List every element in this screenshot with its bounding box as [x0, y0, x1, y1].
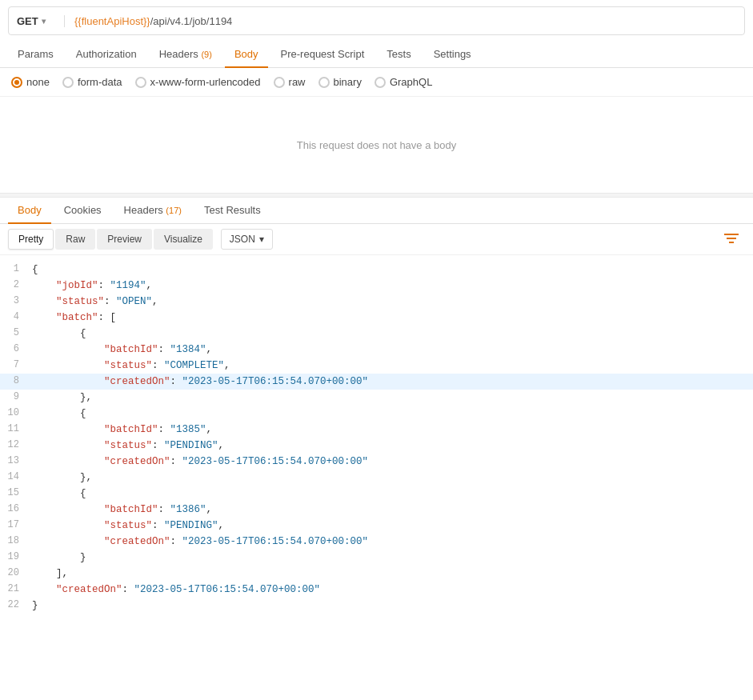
line-content: { — [32, 406, 753, 422]
line-number: 16 — [0, 502, 32, 517]
json-line-6: 6 "batchId": "1384", — [0, 342, 753, 358]
resp-tab-test-results[interactable]: Test Results — [194, 198, 270, 224]
json-line-4: 4 "batch": [ — [0, 310, 753, 326]
line-content: "createdOn": "2023-05-17T06:15:54.070+00… — [32, 454, 753, 470]
line-content: { — [32, 326, 753, 342]
method-dropdown[interactable]: GET ▾ — [9, 15, 65, 27]
format-type-label: JSON — [230, 234, 255, 245]
line-number: 4 — [0, 310, 32, 325]
line-content: } — [32, 550, 753, 566]
filter-icon[interactable] — [718, 230, 745, 250]
resp-tab-body[interactable]: Body — [8, 198, 51, 224]
json-line-11: 11 "batchId": "1385", — [0, 422, 753, 438]
json-line-7: 7 "status": "COMPLETE", — [0, 358, 753, 374]
fmt-visualize-button[interactable]: Visualize — [154, 229, 213, 250]
option-raw-label: raw — [289, 76, 306, 88]
option-none-label: none — [26, 76, 50, 88]
radio-none[interactable] — [11, 77, 22, 88]
format-type-dropdown[interactable]: JSON ▾ — [221, 229, 273, 250]
tab-body[interactable]: Body — [225, 42, 268, 68]
resp-tab-cookies[interactable]: Cookies — [54, 198, 111, 224]
tab-authorization[interactable]: Authorization — [66, 42, 146, 68]
json-line-19: 19 } — [0, 550, 753, 566]
line-content: "createdOn": "2023-05-17T06:15:54.070+00… — [32, 534, 753, 550]
line-content: "status": "PENDING", — [32, 438, 753, 454]
tab-pre-request[interactable]: Pre-request Script — [271, 42, 374, 68]
option-binary-label: binary — [334, 76, 362, 88]
radio-form-data[interactable] — [62, 77, 74, 88]
line-number: 14 — [0, 470, 32, 485]
line-number: 17 — [0, 518, 32, 533]
url-bar: GET ▾ {{fluentApiHost}}/api/v4.1/job/119… — [8, 6, 745, 35]
tab-params[interactable]: Params — [8, 42, 63, 68]
chevron-down-icon: ▾ — [42, 17, 46, 26]
line-content: }, — [32, 470, 753, 486]
url-input-display[interactable]: {{fluentApiHost}}/api/v4.1/job/1194 — [65, 15, 744, 27]
line-content: "jobId": "1194", — [32, 278, 753, 294]
fmt-preview-button[interactable]: Preview — [97, 229, 152, 250]
fmt-raw-button[interactable]: Raw — [55, 229, 95, 250]
line-content: "status": "OPEN", — [32, 294, 753, 310]
radio-raw[interactable] — [274, 77, 285, 88]
format-bar: Pretty Raw Preview Visualize JSON ▾ — [0, 224, 753, 255]
json-line-15: 15 { — [0, 486, 753, 502]
json-line-17: 17 "status": "PENDING", — [0, 518, 753, 534]
line-content: "status": "PENDING", — [32, 518, 753, 534]
line-content: "batchId": "1384", — [32, 342, 753, 358]
json-line-18: 18 "createdOn": "2023-05-17T06:15:54.070… — [0, 534, 753, 550]
line-number: 18 — [0, 534, 32, 549]
line-number: 1 — [0, 262, 32, 277]
radio-graphql[interactable] — [374, 77, 386, 88]
json-line-12: 12 "status": "PENDING", — [0, 438, 753, 454]
tab-settings[interactable]: Settings — [424, 42, 481, 68]
json-line-20: 20 ], — [0, 566, 753, 582]
radio-binary[interactable] — [318, 77, 330, 88]
line-content: "createdOn": "2023-05-17T06:15:54.070+00… — [32, 374, 753, 390]
line-number: 7 — [0, 358, 32, 373]
option-urlencoded[interactable]: x-www-form-urlencoded — [135, 76, 261, 88]
response-tabs: Body Cookies Headers (17) Test Results — [0, 198, 753, 224]
line-number: 22 — [0, 598, 32, 613]
option-binary[interactable]: binary — [318, 76, 362, 88]
json-line-2: 2 "jobId": "1194", — [0, 278, 753, 294]
fmt-pretty-button[interactable]: Pretty — [8, 229, 54, 250]
json-line-1: 1{ — [0, 262, 753, 278]
line-number: 10 — [0, 406, 32, 421]
json-line-8: 8 "createdOn": "2023-05-17T06:15:54.070+… — [0, 374, 753, 390]
line-number: 12 — [0, 438, 32, 453]
json-viewer: 1{2 "jobId": "1194",3 "status": "OPEN",4… — [0, 255, 753, 620]
option-form-data-label: form-data — [78, 76, 122, 88]
json-line-3: 3 "status": "OPEN", — [0, 294, 753, 310]
line-number: 5 — [0, 326, 32, 341]
json-line-16: 16 "batchId": "1386", — [0, 502, 753, 518]
line-content: "createdOn": "2023-05-17T06:15:54.070+00… — [32, 582, 753, 598]
option-graphql[interactable]: GraphQL — [374, 76, 432, 88]
no-body-message: This request does not have a body — [0, 97, 753, 193]
resp-tab-headers[interactable]: Headers (17) — [114, 198, 191, 224]
line-number: 15 — [0, 486, 32, 501]
line-number: 9 — [0, 390, 32, 405]
line-number: 19 — [0, 550, 32, 565]
tab-tests[interactable]: Tests — [377, 42, 420, 68]
json-line-5: 5 { — [0, 326, 753, 342]
url-variable: {{fluentApiHost}} — [74, 15, 150, 27]
line-content: "status": "COMPLETE", — [32, 358, 753, 374]
option-urlencoded-label: x-www-form-urlencoded — [150, 76, 261, 88]
line-number: 13 — [0, 454, 32, 469]
option-none[interactable]: none — [11, 76, 50, 88]
line-content: "batch": [ — [32, 310, 753, 326]
method-label: GET — [17, 15, 38, 27]
option-raw[interactable]: raw — [274, 76, 306, 88]
json-line-14: 14 }, — [0, 470, 753, 486]
line-number: 11 — [0, 422, 32, 437]
option-form-data[interactable]: form-data — [62, 76, 122, 88]
line-content: { — [32, 262, 753, 278]
radio-urlencoded[interactable] — [135, 77, 146, 88]
body-options: none form-data x-www-form-urlencoded raw… — [0, 68, 753, 97]
json-line-10: 10 { — [0, 406, 753, 422]
line-content: } — [32, 598, 753, 614]
line-content: ], — [32, 566, 753, 582]
json-line-21: 21 "createdOn": "2023-05-17T06:15:54.070… — [0, 582, 753, 598]
json-line-22: 22} — [0, 598, 753, 614]
tab-headers[interactable]: Headers (9) — [150, 42, 222, 68]
